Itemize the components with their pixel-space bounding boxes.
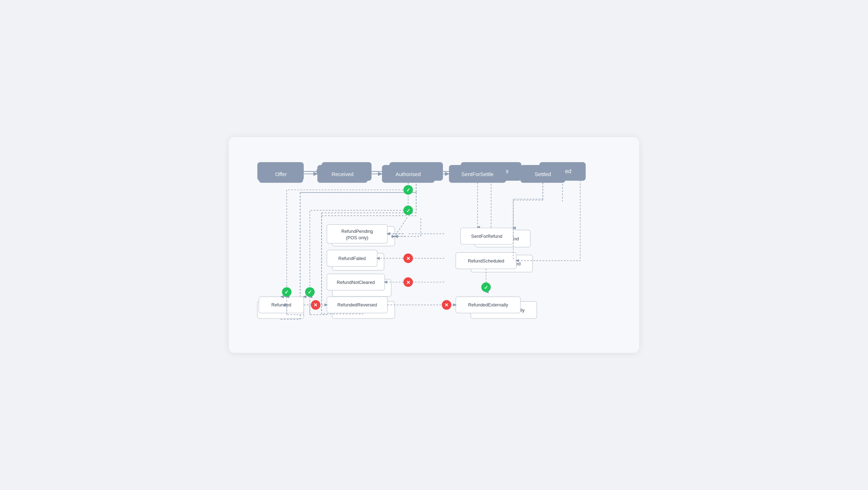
svg-text:RefundedReversed: RefundedReversed — [337, 302, 377, 308]
svg-text:✓: ✓ — [284, 289, 289, 295]
svg-text:✕: ✕ — [406, 256, 410, 261]
main-flow-svg: Offer Received Authorised SentForSettle … — [254, 159, 614, 331]
svg-text:✓: ✓ — [484, 285, 488, 290]
svg-text:RefundedExternally: RefundedExternally — [468, 302, 508, 308]
svg-rect-39 — [327, 225, 388, 243]
svg-text:RefundFailed: RefundFailed — [338, 256, 366, 261]
svg-text:SentForRefund: SentForRefund — [471, 234, 502, 239]
svg-text:(POS only): (POS only) — [346, 235, 368, 240]
diagram-container: Offer Received Authorised SentForSettle … — [229, 137, 639, 353]
svg-text:SentForSettle: SentForSettle — [461, 171, 494, 177]
svg-text:✕: ✕ — [444, 302, 449, 308]
diagram-area: Offer Received Authorised SentForSettle … — [254, 159, 614, 331]
svg-text:Received: Received — [332, 171, 354, 177]
svg-text:RefundPending: RefundPending — [341, 229, 373, 234]
svg-text:RefundNotCleared: RefundNotCleared — [337, 280, 375, 285]
svg-text:Offer: Offer — [275, 171, 287, 177]
svg-text:Authorised: Authorised — [395, 171, 421, 177]
svg-text:Settled: Settled — [535, 171, 551, 177]
svg-text:RefundScheduled: RefundScheduled — [468, 258, 504, 264]
svg-text:✓: ✓ — [308, 289, 312, 295]
svg-text:✓: ✓ — [406, 187, 410, 193]
svg-text:Refunded: Refunded — [271, 302, 291, 308]
svg-text:✕: ✕ — [406, 280, 410, 285]
svg-text:✓: ✓ — [406, 208, 410, 214]
svg-text:✕: ✕ — [313, 302, 318, 308]
